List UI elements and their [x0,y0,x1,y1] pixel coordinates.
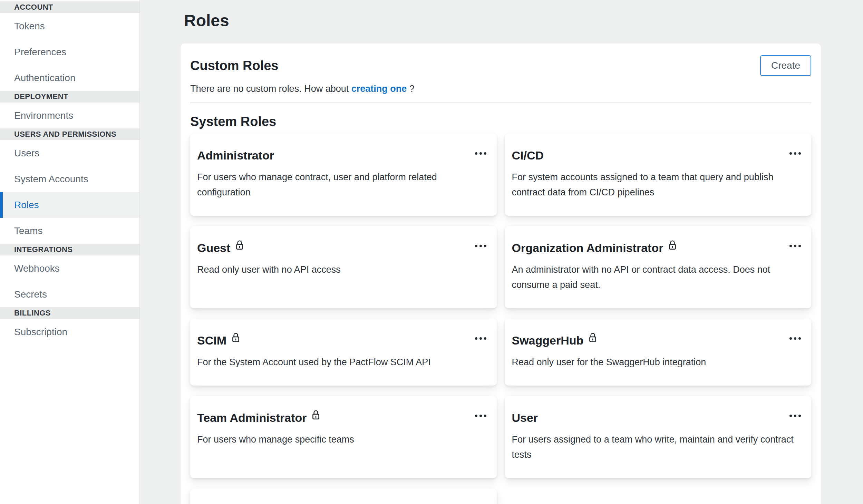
sidebar-item-environments[interactable]: Environments [0,103,139,128]
lock-icon [311,410,320,420]
role-menu-button[interactable] [788,147,802,160]
sidebar-section-items: Webhooks Secrets [0,255,139,307]
role-description: An administrator with no API or contract… [512,262,803,292]
role-card-swaggerhub[interactable]: SwaggerHub Read only user for the Swagge… [505,319,812,386]
sidebar-section-users-and-permissions: USERS AND PERMISSIONS Users System Accou… [0,128,139,244]
role-title: Administrator [197,148,274,163]
role-description: Read only user with no API access [197,262,488,277]
sidebar-item-label: Users [14,148,39,159]
role-title: SCIM [197,333,226,348]
lock-icon [231,332,240,343]
settings-sidebar: ACCOUNT Tokens Preferences Authenticatio… [0,0,140,504]
role-card-scim[interactable]: SCIM For the System Account used by the … [190,319,497,386]
role-card-ci-cd[interactable]: CI/CD For system accounts assigned to a … [505,134,812,216]
role-title: Organization Administrator [512,241,663,255]
sidebar-section-items: Subscription [0,319,139,345]
sidebar-section-account: ACCOUNT Tokens Preferences Authenticatio… [0,1,139,91]
role-card-user[interactable]: User For users assigned to a team who wr… [505,396,812,478]
role-description: Read only user for the SwaggerHub integr… [512,355,803,370]
sidebar-section-deployment: DEPLOYMENT Environments [0,91,139,128]
sidebar-item-webhooks[interactable]: Webhooks [0,255,139,281]
role-menu-button[interactable] [788,409,802,423]
sidebar-section-billings: BILLINGS Subscription [0,307,139,345]
page-title: Roles [184,11,821,30]
lock-icon [668,240,677,250]
role-card-administrator[interactable]: Administrator For users who manage contr… [190,134,497,216]
role-card-organization-administrator[interactable]: Organization Administrator An administra… [505,226,812,308]
role-title: SwaggerHub [512,333,584,348]
create-role-button[interactable]: Create [760,55,811,76]
role-menu-button[interactable] [474,239,488,253]
role-card-viewer[interactable]: Viewer For users who should not modify a… [190,488,497,504]
sidebar-item-label: Teams [14,225,42,236]
role-menu-button[interactable] [474,409,488,423]
role-description: For system accounts assigned to a team t… [512,169,803,200]
sidebar-section-header-label: USERS AND PERMISSIONS [14,130,116,139]
sidebar-item-label: Secrets [14,289,47,300]
sidebar-section-items: Users System Accounts Roles Teams [0,140,139,244]
empty-message-before: There are no custom roles. How about [190,84,351,94]
sidebar-item-label: Preferences [14,47,66,58]
role-description: For users assigned to a team who write, … [512,432,803,462]
sidebar-item-users[interactable]: Users [0,140,139,166]
sidebar-section-header: BILLINGS [0,307,139,319]
sidebar-item-authentication[interactable]: Authentication [0,65,139,91]
sidebar-item-label: Webhooks [14,263,60,274]
sidebar-section-header: ACCOUNT [0,1,139,13]
custom-roles-header: Custom Roles Create [190,55,811,76]
sidebar-item-label: Environments [14,110,73,121]
role-title: User [512,410,538,425]
sidebar-section-header-label: ACCOUNT [14,3,53,12]
sidebar-item-secrets[interactable]: Secrets [0,281,139,307]
sidebar-item-roles[interactable]: Roles [0,192,139,218]
sidebar-item-label: System Accounts [14,174,88,185]
role-description: For users who manage contract, user and … [197,169,488,200]
custom-roles-heading: Custom Roles [190,58,278,74]
sidebar-item-tokens[interactable]: Tokens [0,13,139,39]
sidebar-section-header: INTEGRATIONS [0,244,139,255]
role-card-team-administrator[interactable]: Team Administrator For users who manage … [190,396,497,478]
sidebar-item-label: Roles [14,200,39,211]
system-roles-heading: System Roles [190,114,811,129]
role-title: CI/CD [512,148,544,163]
empty-message-after: ? [407,84,415,94]
sidebar-section-items: Environments [0,103,139,128]
role-title: Guest [197,241,230,255]
role-title: Team Administrator [197,410,307,425]
sidebar-section-header: DEPLOYMENT [0,91,139,103]
sidebar-section-header-label: DEPLOYMENT [14,92,68,101]
lock-icon [235,240,244,250]
sidebar-section-header-label: INTEGRATIONS [14,245,72,254]
role-menu-button[interactable] [474,502,488,504]
creating-one-link[interactable]: creating one [351,84,407,94]
role-menu-button[interactable] [788,332,802,345]
role-card-guest[interactable]: Guest Read only user with no API access [190,226,497,308]
sidebar-section-header: USERS AND PERMISSIONS [0,128,139,140]
custom-roles-empty-message: There are no custom roles. How about cre… [190,84,811,94]
role-menu-button[interactable] [474,332,488,345]
section-divider [190,103,811,103]
sidebar-item-label: Tokens [14,21,45,32]
role-menu-button[interactable] [474,147,488,160]
sidebar-item-teams[interactable]: Teams [0,218,139,244]
sidebar-item-label: Subscription [14,327,67,338]
sidebar-section-integrations: INTEGRATIONS Webhooks Secrets [0,244,139,307]
system-roles-grid: Administrator For users who manage contr… [190,134,811,504]
role-menu-button[interactable] [788,239,802,253]
lock-icon [588,332,597,343]
roles-page: Roles Custom Roles Create There are no c… [140,0,863,504]
sidebar-item-subscription[interactable]: Subscription [0,319,139,345]
role-description: For the System Account used by the PactF… [197,355,488,370]
sidebar-item-preferences[interactable]: Preferences [0,39,139,65]
sidebar-section-items: Tokens Preferences Authentication [0,13,139,91]
role-description: For users who manage specific teams [197,432,488,447]
sidebar-section-header-label: BILLINGS [14,309,51,318]
roles-panel: Custom Roles Create There are no custom … [181,43,821,504]
sidebar-item-label: Authentication [14,72,75,84]
sidebar-item-system-accounts[interactable]: System Accounts [0,166,139,192]
